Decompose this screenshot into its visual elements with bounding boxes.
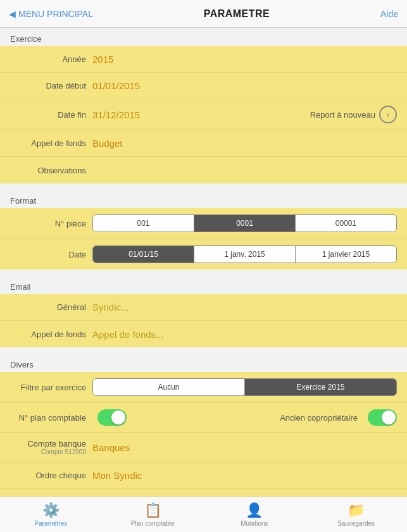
date-opt-0[interactable]: 01/01/15: [93, 246, 194, 263]
piece-label: N° pièce: [10, 219, 92, 228]
piece-opt-2[interactable]: 00001: [296, 215, 396, 232]
toggles-row: N° plan comptable Ancien copropriétaire: [0, 403, 407, 433]
back-button[interactable]: ◀ MENU PRINCIPAL: [9, 9, 93, 19]
general-value[interactable]: Syndic...: [92, 302, 129, 312]
plan-comptable-icon: 📋: [144, 502, 161, 519]
parametres-icon: ⚙️: [42, 502, 59, 519]
nplan-toggle[interactable]: [97, 409, 127, 426]
date-fin-value: 31/12/2015: [92, 109, 310, 120]
ordre-cheque-row: Ordre chèque Mon Syndic: [0, 462, 407, 489]
appel-row: Appel de fonds Budget: [0, 130, 407, 157]
filtre-label: Filtre par exercice: [10, 383, 92, 392]
date-format-row: Date 01/01/15 1 janv. 2015 1 janvier 201…: [0, 239, 407, 269]
report-button[interactable]: Report à nouveau ›: [310, 106, 397, 123]
sauvegardes-icon: 📁: [348, 502, 365, 519]
date-fin-label: Date fin: [10, 110, 92, 120]
annee-label: Année: [10, 54, 92, 64]
type-compteur-row: Type compteur Eau froide...: [0, 489, 407, 497]
date-debut-row: Date début 01/01/2015: [0, 73, 407, 99]
tab-mutations-label: Mutations: [241, 520, 268, 527]
date-format-label: Date: [10, 250, 92, 259]
email-card: Général Syndic... Appel de fonds Appel d…: [0, 294, 407, 347]
section-format-label: Format: [0, 190, 407, 208]
tab-parametres[interactable]: ⚙️ Paramètres: [0, 497, 102, 532]
filtre-segmented[interactable]: Aucun Exercice 2015: [92, 378, 397, 396]
section-email-label: Email: [0, 276, 407, 294]
observations-label: Observations: [10, 166, 92, 175]
general-label: Général: [10, 302, 92, 312]
date-fin-row: Date fin 31/12/2015 Report à nouveau ›: [0, 99, 407, 130]
tab-sauvegardes[interactable]: 📁 Sauvegardes: [305, 497, 407, 532]
piece-opt-0[interactable]: 001: [93, 215, 194, 232]
help-button[interactable]: Aide: [380, 9, 398, 19]
compte-banque-row: Compte banque Compte 512000 Banques: [0, 433, 407, 462]
scroll-content: Exercice Année 2015 Date début 01/01/201…: [0, 28, 407, 497]
annee-row: Année 2015: [0, 46, 407, 73]
tab-parametres-label: Paramètres: [35, 520, 68, 527]
tab-plan-comptable[interactable]: 📋 Plan comptable: [102, 497, 204, 532]
piece-opt-1[interactable]: 0001: [194, 215, 296, 232]
compte-banque-sub: Compte 512000: [41, 448, 86, 455]
tab-bar: ⚙️ Paramètres 📋 Plan comptable 👤 Mutatio…: [0, 497, 407, 532]
piece-segmented[interactable]: 001 0001 00001: [92, 214, 397, 232]
back-label[interactable]: MENU PRINCIPAL: [18, 9, 93, 19]
email-appel-value[interactable]: Appel de fonds...: [92, 329, 164, 340]
date-opt-1[interactable]: 1 janv. 2015: [194, 246, 296, 263]
filtre-opt-1[interactable]: Exercice 2015: [245, 379, 396, 395]
appel-value: Budget: [92, 138, 397, 149]
date-segmented[interactable]: 01/01/15 1 janv. 2015 1 janvier 2015: [92, 245, 397, 263]
ordre-cheque-label: Ordre chèque: [10, 471, 92, 480]
ordre-cheque-value[interactable]: Mon Syndic: [92, 470, 397, 481]
mutations-icon: 👤: [246, 502, 263, 519]
format-card: N° pièce 001 0001 00001 Date 01/01/15 1 …: [0, 208, 407, 269]
compte-banque-value[interactable]: Banques: [92, 442, 397, 453]
compte-banque-label: Compte banque: [4, 439, 86, 448]
filtre-opt-0[interactable]: Aucun: [93, 379, 245, 395]
annee-value: 2015: [92, 54, 397, 65]
ancien-toggle[interactable]: [368, 409, 397, 426]
date-debut-label: Date début: [10, 81, 92, 90]
date-opt-2[interactable]: 1 janvier 2015: [296, 246, 396, 263]
page-title: PARAMETRE: [204, 8, 270, 20]
ancien-label: Ancien copropriétaire: [280, 413, 358, 423]
section-exercice-label: Exercice: [0, 28, 407, 46]
general-row: Général Syndic...: [0, 294, 407, 321]
piece-row: N° pièce 001 0001 00001: [0, 208, 407, 239]
section-divers-label: Divers: [0, 354, 407, 372]
nplan-label: N° plan comptable: [10, 413, 92, 423]
report-arrow-icon: ›: [379, 106, 397, 123]
tab-sauvegardes-label: Sauvegardes: [337, 520, 375, 527]
tab-plan-label: Plan comptable: [131, 520, 175, 527]
divers-card: Filtre par exercice Aucun Exercice 2015 …: [0, 372, 407, 497]
appel-label: Appel de fonds: [10, 139, 92, 148]
email-appel-label: Appel de fonds: [10, 330, 92, 339]
header: ◀ MENU PRINCIPAL PARAMETRE Aide: [0, 0, 407, 28]
exercice-card: Année 2015 Date début 01/01/2015 Date fi…: [0, 46, 407, 183]
filtre-row: Filtre par exercice Aucun Exercice 2015: [0, 372, 407, 403]
tab-mutations[interactable]: 👤 Mutations: [204, 497, 306, 532]
email-appel-row: Appel de fonds Appel de fonds...: [0, 321, 407, 347]
report-label: Report à nouveau: [310, 110, 375, 120]
date-debut-value: 01/01/2015: [92, 80, 397, 91]
observations-row: Observations: [0, 157, 407, 183]
back-icon: ◀: [9, 9, 16, 19]
